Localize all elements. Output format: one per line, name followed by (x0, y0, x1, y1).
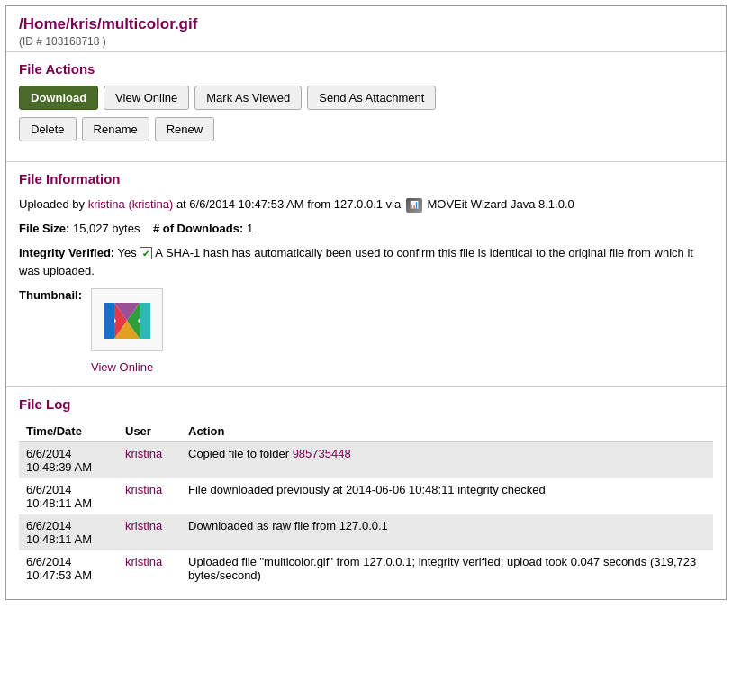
uploader-detail: at 6/6/2014 10:47:53 AM from 127.0.0.1 v… (176, 197, 404, 211)
log-cell-time: 6/6/2014 10:48:39 AM (19, 442, 118, 479)
log-cell-action: Downloaded as raw file from 127.0.0.1 (181, 514, 713, 550)
integrity-row: Integrity Verified: Yes ✔ A SHA-1 hash h… (19, 244, 713, 282)
log-cell-user: kristina (118, 442, 181, 479)
thumbnail-section: Thumbnail: (19, 288, 713, 374)
filesize-row: File Size: 15,027 bytes # of Downloads: … (19, 220, 713, 239)
file-information-title: File Information (19, 171, 713, 186)
file-information-section: File Information Uploaded by kristina (k… (6, 162, 726, 387)
download-button[interactable]: Download (19, 86, 98, 110)
delete-button[interactable]: Delete (19, 117, 77, 141)
log-table: Time/Date User Action 6/6/2014 10:48:39 … (19, 421, 713, 586)
mark-as-viewed-button[interactable]: Mark As Viewed (194, 86, 302, 110)
filesize-label: File Size: (19, 222, 69, 235)
uploader-row: Uploaded by kristina (kristina) at 6/6/2… (19, 195, 713, 214)
page-id: (ID # 103168718 ) (19, 35, 713, 48)
moveit-icon: 📊 (406, 198, 422, 213)
send-as-attachment-button[interactable]: Send As Attachment (307, 86, 436, 110)
view-online-thumbnail-link[interactable]: View Online (91, 360, 153, 374)
file-actions-title: File Actions (19, 61, 713, 77)
thumbnail-image (91, 288, 163, 351)
integrity-label: Integrity Verified: (19, 246, 114, 259)
log-user-link[interactable]: kristina (125, 447, 162, 460)
rename-button[interactable]: Rename (82, 117, 149, 141)
log-user-link[interactable]: kristina (125, 483, 162, 496)
col-header-action: Action (181, 421, 713, 442)
log-cell-time: 6/6/2014 10:47:53 AM (19, 550, 118, 586)
m-logo-svg (100, 295, 154, 345)
log-row: 6/6/2014 10:48:39 AMkristinaCopied file … (19, 442, 713, 479)
log-cell-user: kristina (118, 478, 181, 514)
filesize-value: 15,027 bytes (73, 222, 140, 235)
log-cell-time: 6/6/2014 10:48:11 AM (19, 514, 118, 550)
col-header-user: User (118, 421, 181, 442)
log-cell-user: kristina (118, 550, 181, 586)
svg-rect-2 (104, 303, 114, 339)
page-header: /Home/kris/multicolor.gif (ID # 10316871… (6, 6, 726, 52)
file-actions-section: File Actions Download View Online Mark A… (6, 52, 726, 162)
svg-rect-3 (140, 303, 150, 339)
thumbnail-label: Thumbnail: (19, 288, 82, 302)
log-user-link[interactable]: kristina (125, 555, 162, 568)
col-header-time: Time/Date (19, 421, 118, 442)
log-cell-user: kristina (118, 514, 181, 550)
renew-button[interactable]: Renew (155, 117, 214, 141)
log-cell-action: File downloaded previously at 2014-06-06… (181, 478, 713, 514)
integrity-value: Yes (118, 246, 137, 259)
log-cell-action: Copied file to folder 985735448 (181, 442, 713, 479)
button-row-1: Download View Online Mark As Viewed Send… (19, 86, 713, 110)
page-title: /Home/kris/multicolor.gif (19, 15, 713, 33)
file-log-title: File Log (19, 396, 713, 412)
moveit-app: MOVEit Wizard Java 8.1.0.0 (427, 197, 574, 211)
uploader-link[interactable]: kristina (kristina) (88, 197, 174, 211)
log-row: 6/6/2014 10:47:53 AMkristinaUploaded fil… (19, 550, 713, 586)
view-online-button[interactable]: View Online (104, 86, 189, 110)
log-user-link[interactable]: kristina (125, 519, 162, 532)
uploaded-by-label: Uploaded by (19, 197, 85, 211)
integrity-check-icon: ✔ (140, 247, 152, 259)
downloads-label: # of Downloads: (153, 222, 243, 235)
log-row: 6/6/2014 10:48:11 AMkristinaDownloaded a… (19, 514, 713, 550)
log-cell-action: Uploaded file "multicolor.gif" from 127.… (181, 550, 713, 586)
file-log-section: File Log Time/Date User Action 6/6/2014 … (6, 387, 726, 599)
log-cell-time: 6/6/2014 10:48:11 AM (19, 478, 118, 514)
downloads-value: 1 (247, 222, 253, 235)
log-action-link[interactable]: 985735448 (293, 447, 351, 460)
log-action-text: Copied file to folder (188, 447, 293, 460)
button-row-2: Delete Rename Renew (19, 117, 713, 141)
log-row: 6/6/2014 10:48:11 AMkristinaFile downloa… (19, 478, 713, 514)
